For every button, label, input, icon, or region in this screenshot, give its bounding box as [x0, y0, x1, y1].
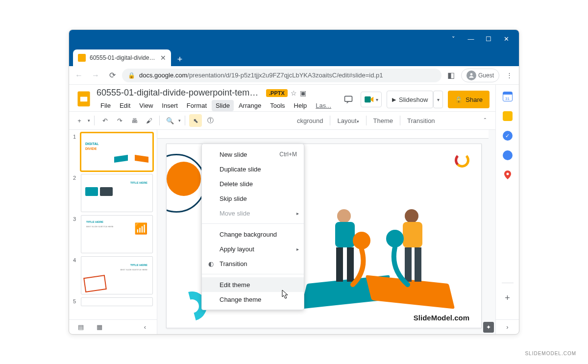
menu-duplicate-slide[interactable]: Duplicate slide	[202, 162, 304, 176]
nav-reload-button[interactable]: ⟳	[105, 69, 119, 82]
collapse-panel-icon[interactable]: ‹	[140, 322, 150, 332]
slideshow-button[interactable]: ▶ Slideshow	[387, 91, 433, 108]
menu-edit-theme[interactable]: Edit theme	[202, 277, 304, 292]
slide-number: 4	[73, 256, 78, 294]
menu-insert[interactable]: Insert	[158, 100, 182, 111]
thumbnail-item[interactable]: 1 DIGITAL DIVIDE	[73, 133, 153, 171]
slide-number: 3	[73, 215, 78, 253]
menu-overflow[interactable]: Las...	[312, 100, 335, 111]
thumbnail-item[interactable]: 5	[73, 297, 153, 306]
menu-change-background[interactable]: Change background	[202, 227, 304, 242]
url-field[interactable]: 🔒 docs.google.com/presentation/d/19-p5z1…	[122, 69, 441, 82]
slide-number: 2	[73, 174, 78, 212]
contacts-icon[interactable]	[503, 150, 513, 160]
collapse-toolbar-icon[interactable]: ˆ	[479, 114, 491, 127]
calendar-icon[interactable]: 31	[503, 92, 513, 101]
menu-help[interactable]: Help	[290, 100, 311, 111]
toolbar-background[interactable]: ckground	[294, 117, 326, 124]
svg-rect-8	[347, 247, 354, 282]
menu-format[interactable]: Format	[183, 100, 211, 111]
explore-button[interactable]: ✦	[483, 322, 494, 333]
zoom-button[interactable]: 🔍	[164, 114, 176, 127]
comments-icon[interactable]	[341, 92, 356, 107]
move-icon[interactable]: ▣	[300, 89, 306, 97]
profile-chip[interactable]: Guest	[461, 69, 499, 82]
slide-thumb-4[interactable]: TITLE HERE BEST SLIDE SUBTITLE HERE	[81, 256, 153, 294]
select-tool[interactable]: ⬉	[189, 114, 202, 127]
browser-tab[interactable]: 60555-01-digital-divide-powerpo ✕	[73, 49, 171, 66]
menu-new-slide[interactable]: New slide Ctrl+M	[202, 147, 304, 162]
document-title[interactable]: 60555-01-digital-divide-powerpoint-templ…	[97, 88, 263, 98]
avatar-icon	[466, 71, 476, 80]
svg-rect-12	[405, 247, 412, 282]
nav-back-button[interactable]: ←	[72, 69, 86, 82]
side-panel-toggle-icon[interactable]: ◧	[444, 69, 458, 82]
menu-file[interactable]: File	[97, 100, 115, 111]
browser-menu-icon[interactable]: ⋮	[502, 69, 516, 82]
menu-slide[interactable]: Slide	[212, 100, 234, 111]
svg-rect-7	[336, 247, 343, 282]
star-icon[interactable]: ☆	[291, 89, 297, 97]
window-dropdown-icon[interactable]: ˅	[444, 32, 462, 46]
chevron-down-icon[interactable]: ▾	[88, 118, 90, 123]
hide-side-panel-icon[interactable]: ›	[496, 319, 519, 334]
share-button[interactable]: 🔒 Share	[448, 91, 490, 108]
menu-apply-layout[interactable]: Apply layout	[202, 242, 304, 256]
slide-thumb-1[interactable]: DIGITAL DIVIDE	[81, 133, 153, 171]
toolbar-layout[interactable]: Layout▾	[334, 117, 362, 124]
menu-separator	[202, 223, 304, 224]
menu-arrange[interactable]: Arrange	[235, 100, 265, 111]
menu-delete-slide[interactable]: Delete slide	[202, 176, 304, 191]
keep-icon[interactable]	[503, 111, 513, 121]
tasks-icon[interactable]: ✓	[503, 131, 513, 141]
slideshow-dropdown-button[interactable]: ▾	[433, 91, 443, 108]
menu-tools[interactable]: Tools	[266, 100, 289, 111]
slideshow-label: Slideshow	[399, 96, 428, 103]
transition-icon: ◐	[207, 260, 215, 267]
nav-forward-button[interactable]: →	[89, 69, 102, 82]
menu-move-slide[interactable]: Move slide	[202, 206, 304, 220]
thumbnail-item[interactable]: 3 TITLE HERE BEST SLIDE SUBTITLE HERE 📶	[73, 215, 153, 253]
chevron-down-icon[interactable]: ▾	[178, 118, 181, 123]
slide-thumb-5[interactable]	[81, 297, 153, 306]
svg-rect-13	[415, 247, 421, 282]
svg-rect-4	[365, 97, 371, 103]
slide-menu-dropdown: New slide Ctrl+M Duplicate slide Delete …	[201, 144, 304, 310]
window-maximize-icon[interactable]: ☐	[480, 32, 497, 46]
svg-rect-11	[403, 222, 422, 247]
menu-view[interactable]: View	[135, 100, 157, 111]
meet-button[interactable]: ▾	[361, 92, 382, 107]
textbox-tool[interactable]: Ⓣ	[204, 114, 217, 127]
slides-logo-icon[interactable]	[75, 90, 93, 107]
undo-button[interactable]: ↶	[98, 114, 111, 127]
new-tab-button[interactable]: +	[173, 52, 187, 66]
slide-thumb-3[interactable]: TITLE HERE BEST SLIDE SUBTITLE HERE 📶	[81, 215, 153, 253]
person-right-illustration	[382, 206, 441, 294]
toolbar: + ▾ ↶ ↷ 🖶 🖌 🔍 ▾ ⬉ Ⓣ ckground Lay	[69, 111, 495, 130]
person-left-illustration	[318, 206, 377, 294]
redo-button[interactable]: ↷	[113, 114, 126, 127]
filmstrip-view-icon[interactable]: ▤	[76, 322, 86, 332]
new-slide-button[interactable]: +	[73, 114, 86, 127]
toolbar-theme[interactable]: Theme	[370, 117, 396, 124]
tab-close-icon[interactable]: ✕	[160, 54, 166, 62]
window-minimize-icon[interactable]: —	[462, 32, 480, 46]
play-icon: ▶	[392, 97, 396, 103]
grid-view-icon[interactable]: ▦	[95, 322, 104, 332]
slide-thumb-2[interactable]: TITLE HERE	[81, 174, 153, 212]
browser-window: ˅ — ☐ ✕ 60555-01-digital-divide-powerpo …	[69, 29, 519, 335]
paint-format-button[interactable]: 🖌	[143, 114, 155, 127]
menu-transition[interactable]: ◐ Transition	[202, 256, 304, 271]
menu-change-theme[interactable]: Change theme	[202, 292, 304, 307]
print-button[interactable]: 🖶	[128, 114, 141, 127]
thumbnail-item[interactable]: 4 TITLE HERE BEST SLIDE SUBTITLE HERE	[73, 256, 153, 294]
thumbnail-item[interactable]: 2 TITLE HERE	[73, 174, 153, 212]
toolbar-transition[interactable]: Transition	[404, 117, 438, 124]
shortcut-label: Ctrl+M	[279, 151, 297, 158]
svg-point-10	[405, 209, 418, 223]
menu-edit[interactable]: Edit	[116, 100, 134, 111]
window-close-icon[interactable]: ✕	[497, 32, 515, 46]
add-addon-icon[interactable]: +	[503, 293, 513, 303]
maps-icon[interactable]	[503, 170, 513, 180]
menu-skip-slide[interactable]: Skip slide	[202, 191, 304, 206]
